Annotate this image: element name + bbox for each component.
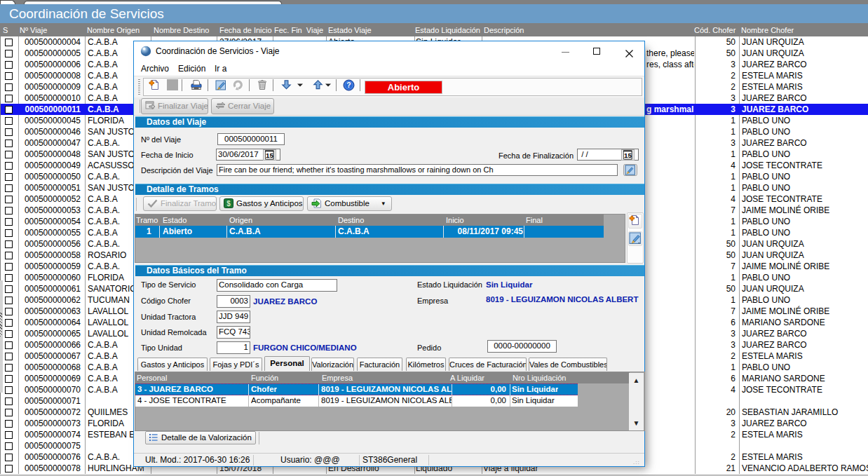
svg-text:15: 15 — [266, 151, 273, 159]
svg-text:15: 15 — [624, 151, 632, 159]
svg-text:$: $ — [226, 200, 231, 208]
svg-text:?: ? — [346, 81, 351, 89]
